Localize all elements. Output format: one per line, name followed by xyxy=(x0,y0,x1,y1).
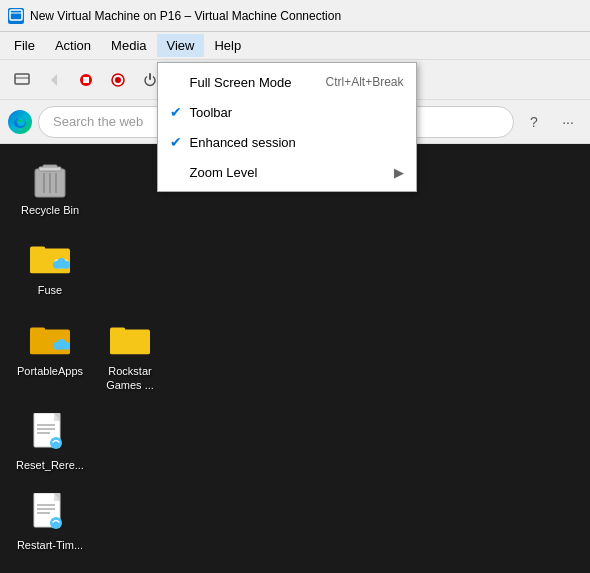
svg-rect-33 xyxy=(110,327,125,335)
svg-rect-20 xyxy=(30,247,45,255)
zoom-arrow-icon: ▶ xyxy=(394,165,404,180)
desktop-icon-fuse[interactable]: Fuse xyxy=(10,234,90,302)
recycle-bin-label: Recycle Bin xyxy=(21,203,79,217)
stop-button[interactable] xyxy=(72,66,100,94)
menu-enhanced-session[interactable]: ✔ Enhanced session xyxy=(158,127,416,157)
title-bar: New Virtual Machine on P16 – Virtual Mac… xyxy=(0,0,590,32)
desktop-icon-rockstar[interactable]: RockstarGames ... xyxy=(90,315,170,398)
reset-label: Reset_Rere... xyxy=(16,458,84,472)
restart-label: Restart-Tim... xyxy=(17,538,83,552)
svg-rect-25 xyxy=(56,265,67,269)
desktop-icon-recycle-bin[interactable]: Recycle Bin xyxy=(10,154,90,222)
svg-rect-31 xyxy=(56,345,67,349)
menu-fullscreen[interactable]: Full Screen Mode Ctrl+Alt+Break xyxy=(158,67,416,97)
enhanced-check-icon: ✔ xyxy=(166,132,186,152)
svg-rect-2 xyxy=(15,74,29,84)
recycle-bin-icon xyxy=(30,159,70,199)
reset-icon xyxy=(30,414,70,454)
window-title: New Virtual Machine on P16 – Virtual Mac… xyxy=(30,9,341,23)
back-button[interactable] xyxy=(40,66,68,94)
menu-action[interactable]: Action xyxy=(45,34,101,57)
svg-rect-15 xyxy=(39,167,61,171)
record-button[interactable] xyxy=(104,66,132,94)
svg-rect-0 xyxy=(10,10,22,20)
svg-point-47 xyxy=(50,517,62,529)
svg-point-40 xyxy=(50,437,62,449)
svg-rect-6 xyxy=(83,77,89,83)
desktop-icon-reset[interactable]: Reset_Rere... xyxy=(10,409,90,477)
desktop: Recycle Bin Fuse xyxy=(0,144,590,573)
portableapps-label: PortableApps xyxy=(17,364,83,378)
help-button[interactable]: ? xyxy=(520,108,548,136)
desktop-icon-restart[interactable]: Restart-Tim... xyxy=(10,489,90,557)
fullscreen-check-icon xyxy=(166,72,186,92)
search-placeholder: Search the web xyxy=(53,114,143,129)
menu-zoom-level[interactable]: Zoom Level ▶ xyxy=(158,157,416,187)
fuse-icon xyxy=(30,239,70,279)
app-icon xyxy=(8,8,24,24)
ctrl-alt-del-button[interactable] xyxy=(8,66,36,94)
edge-logo xyxy=(8,110,32,134)
menu-toolbar[interactable]: ✔ Toolbar xyxy=(158,97,416,127)
restart-icon xyxy=(30,494,70,534)
svg-rect-27 xyxy=(30,327,45,335)
rockstar-icon xyxy=(110,320,150,360)
svg-point-12 xyxy=(17,118,25,126)
menu-view[interactable]: View Full Screen Mode Ctrl+Alt+Break ✔ T… xyxy=(157,34,205,57)
svg-point-8 xyxy=(115,77,121,83)
svg-marker-4 xyxy=(51,74,57,86)
desktop-icon-portableapps[interactable]: PortableApps xyxy=(10,315,90,398)
view-dropdown: Full Screen Mode Ctrl+Alt+Break ✔ Toolba… xyxy=(157,62,417,192)
menu-file[interactable]: File xyxy=(4,34,45,57)
rockstar-label: RockstarGames ... xyxy=(106,364,154,393)
portableapps-icon xyxy=(30,320,70,360)
toolbar-check-icon: ✔ xyxy=(166,102,186,122)
menu-media[interactable]: Media xyxy=(101,34,156,57)
zoom-check-icon xyxy=(166,162,186,182)
menu-help[interactable]: Help xyxy=(204,34,251,57)
fuse-label: Fuse xyxy=(38,283,62,297)
more-button[interactable]: ··· xyxy=(554,108,582,136)
menu-bar: File Action Media View Full Screen Mode … xyxy=(0,32,590,60)
